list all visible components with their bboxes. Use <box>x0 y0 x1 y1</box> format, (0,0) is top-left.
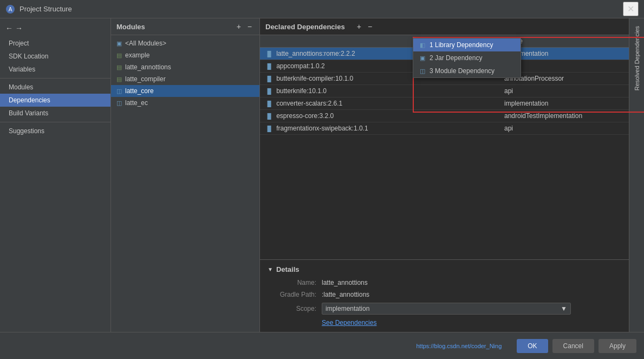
declared-title: Declared Dependencies <box>265 23 345 31</box>
details-collapse-icon[interactable]: ▼ <box>268 266 273 272</box>
nav-separator <box>0 78 110 79</box>
sidebar-item-suggestions[interactable]: Suggestions <box>0 125 110 138</box>
close-button[interactable]: ✕ <box>623 2 639 16</box>
modules-toolbar: + − <box>235 22 254 31</box>
add-dep-button[interactable]: + <box>355 22 363 31</box>
title-bar: A Project Structure ✕ <box>0 0 644 18</box>
dep-bar-icon-selected: ▐▌ <box>265 51 273 57</box>
apply-button[interactable]: Apply <box>599 339 636 353</box>
dropdown-item-label: 3 Module Dependency <box>430 67 495 75</box>
module-item-example[interactable]: ▤ example <box>111 49 259 61</box>
scope-select[interactable]: implementation ▼ <box>322 303 571 315</box>
deps-table: ▐▌ appcompat:1.0.2 api ▐▌ butterknife-co… <box>260 60 629 259</box>
bottom-bar: https://blog.csdn.net/coder_Ning OK Canc… <box>0 332 644 359</box>
details-title: Details <box>276 265 300 273</box>
sidebar-item-modules[interactable]: Modules <box>0 81 110 94</box>
module-label: example <box>125 51 149 59</box>
dep-row-3[interactable]: ▐▌ converter-scalars:2.6.1 implementatio… <box>260 97 629 110</box>
name-value: latte_annottions <box>322 279 368 286</box>
dropdown-item-label: 1 Library Dependency <box>430 41 493 49</box>
module-item-all[interactable]: ▣ <All Modules> <box>111 37 259 49</box>
dep-scope-2: api <box>504 87 623 95</box>
url-label: https://blog.csdn.net/coder_Ning <box>8 343 512 349</box>
details-gradle-row: Gradle Path: :latte_annottions <box>268 291 621 298</box>
dep-scope-4: androidTestImplementation <box>504 112 623 120</box>
dep-scope-1: annotationProcessor <box>504 75 623 82</box>
name-label: Name: <box>268 279 316 286</box>
dep-row-4[interactable]: ▐▌ espresso-core:3.2.0 androidTestImplem… <box>260 110 629 122</box>
module-label: latte_ec <box>125 99 148 107</box>
module-label: latte_core <box>125 87 154 95</box>
module-item-latte-compiler[interactable]: ▤ latte_compiler <box>111 73 259 85</box>
dep-row-2[interactable]: ▐▌ butterknife:10.1.0 api <box>260 85 629 97</box>
resolved-deps-label[interactable]: Resolved Dependencies <box>633 23 641 94</box>
module-item-latte-core[interactable]: ◫ latte_core <box>111 85 259 97</box>
dep-name-3: converter-scalars:2.6.1 <box>276 100 501 107</box>
module-label: latte_compiler <box>125 75 166 83</box>
module-label: <All Modules> <box>125 40 166 47</box>
scope-dropdown-arrow: ▼ <box>561 305 567 312</box>
scope-label: Scope: <box>268 305 316 312</box>
gradle-path-value: :latte_annottions <box>322 291 369 298</box>
dep-bar-icon-1: ▐▌ <box>265 76 273 82</box>
details-header: ▼ Details <box>268 265 621 273</box>
cancel-button[interactable]: Cancel <box>552 339 594 353</box>
col-header-scope: Scope <box>504 37 623 45</box>
dep-bar-icon-5: ▐▌ <box>265 126 273 132</box>
details-scope-row: Scope: implementation ▼ <box>268 303 621 315</box>
module-dep-icon: ◫ <box>420 68 425 75</box>
modules-panel: Modules + − ▣ <All Modules> ▤ example ▤ … <box>111 18 260 332</box>
remove-module-button[interactable]: − <box>245 22 254 31</box>
sidebar-item-build-variants[interactable]: Build Variants <box>0 107 110 120</box>
module-item-latte-annottions[interactable]: ▤ latte_annottions <box>111 61 259 73</box>
dep-scope-0: api <box>504 62 623 70</box>
back-button[interactable]: ← <box>5 24 13 32</box>
sidebar-item-project[interactable]: Project <box>0 37 110 50</box>
dep-row-5[interactable]: ▐▌ fragmentationx-swipeback:1.0.1 api <box>260 122 629 135</box>
dropdown-library-dep[interactable]: ◧ 1 Library Dependency <box>413 38 521 51</box>
jar-dep-icon: ▣ <box>420 55 425 62</box>
module-item-latte-ec[interactable]: ◫ latte_ec <box>111 97 259 109</box>
module-list: ▣ <All Modules> ▤ example ▤ latte_annott… <box>111 35 259 332</box>
module-multi-icon-2: ◫ <box>116 100 122 107</box>
folder-green-icon: ▤ <box>116 52 122 59</box>
dep-name-5: fragmentationx-swipeback:1.0.1 <box>276 125 501 132</box>
svg-text:A: A <box>9 6 12 12</box>
main-layout: ← → Project SDK Location Variables Modul… <box>0 18 644 332</box>
dep-scope-5: api <box>504 125 623 132</box>
sidebar-item-dependencies[interactable]: Dependencies <box>0 94 110 107</box>
modules-header: Modules + − <box>111 18 259 35</box>
remove-dep-button[interactable]: − <box>366 22 374 31</box>
forward-button[interactable]: → <box>15 24 23 32</box>
deps-toolbar: + − <box>355 22 374 31</box>
dropdown-module-dep[interactable]: ◫ 3 Module Dependency <box>413 64 521 77</box>
dep-bar-icon-0: ▐▌ <box>265 63 273 69</box>
module-label: latte_annottions <box>125 63 171 71</box>
add-dependency-dropdown[interactable]: ◧ 1 Library Dependency ▣ 2 Jar Dependenc… <box>413 38 521 78</box>
module-multi-icon: ◫ <box>116 88 122 95</box>
dep-scope-selected: implementation <box>504 50 623 57</box>
see-deps-row: See Dependencies <box>268 319 621 327</box>
gradle-path-label: Gradle Path: <box>268 291 316 298</box>
dep-name-2: butterknife:10.1.0 <box>276 87 501 95</box>
sidebar-item-sdk-location[interactable]: SDK Location <box>0 50 110 63</box>
nav-separator-2 <box>0 122 110 122</box>
add-module-button[interactable]: + <box>235 22 243 31</box>
nav-arrows: ← → <box>0 22 110 35</box>
dep-bar-icon-2: ▐▌ <box>265 88 273 94</box>
declared-header: Declared Dependencies + − <box>260 18 629 35</box>
left-sidebar: ← → Project SDK Location Variables Modul… <box>0 18 111 332</box>
folder-multi-icon: ▣ <box>116 40 122 47</box>
details-name-row: Name: latte_annottions <box>268 279 621 286</box>
dep-scope-3: implementation <box>504 100 623 107</box>
content-area: Declared Dependencies + − ◧ 1 Library De… <box>260 18 629 332</box>
dropdown-jar-dep[interactable]: ▣ 2 Jar Dependency <box>413 51 521 64</box>
sidebar-item-variables[interactable]: Variables <box>0 63 110 76</box>
nav-section: Project SDK Location Variables Modules D… <box>0 35 110 140</box>
ok-button[interactable]: OK <box>517 339 548 353</box>
dropdown-item-label: 2 Jar Dependency <box>430 54 482 62</box>
dep-bar-icon-3: ▐▌ <box>265 101 273 107</box>
library-dep-icon: ◧ <box>420 42 425 49</box>
see-dependencies-link[interactable]: See Dependencies <box>322 319 376 327</box>
modules-title: Modules <box>116 23 145 31</box>
